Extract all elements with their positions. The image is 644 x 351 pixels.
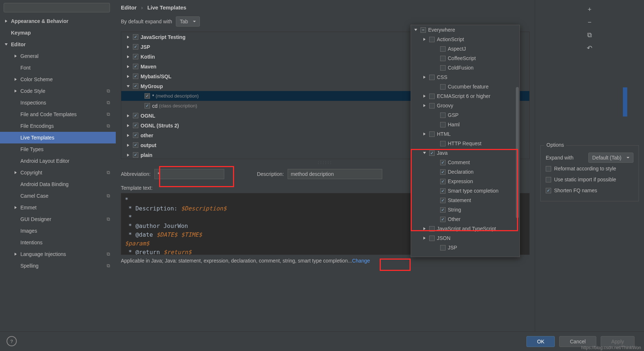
sidebar-item-live-templates[interactable]: Live Templates [0,132,116,143]
context-actionscript[interactable]: ActionScript [411,35,519,44]
checkbox-icon[interactable]: ✓ [440,169,446,175]
checkbox-icon[interactable] [429,226,435,232]
checkbox-icon[interactable] [429,236,435,241]
checkbox-icon[interactable] [546,166,551,171]
checkbox-icon[interactable]: ✓ [133,152,138,158]
checkbox-icon[interactable] [440,65,446,71]
checkbox-icon[interactable]: ✓ [133,123,138,128]
context-html[interactable]: HTML [411,129,519,139]
search-input[interactable] [4,3,110,12]
sidebar-item-font[interactable]: Font [0,62,116,74]
option-use-static-import-if-possible[interactable]: Use static import if possible [546,174,633,185]
checkbox-icon[interactable] [429,37,435,42]
context-jsp[interactable]: JSP [411,243,519,252]
abbreviation-input[interactable] [154,169,224,179]
checkbox-icon[interactable] [440,141,446,146]
description-input[interactable] [288,169,382,179]
remove-icon[interactable]: − [586,19,593,26]
context-ecmascript-6-or-higher[interactable]: ECMAScript 6 or higher [411,91,519,101]
context-cucumber-feature[interactable]: Cucumber feature [411,82,519,91]
sidebar-item-color-scheme[interactable]: Color Scheme [0,74,116,85]
checkbox-icon[interactable]: ✓ [440,188,446,194]
checkbox-icon[interactable] [429,94,435,99]
checkbox-icon[interactable]: ✓ [440,160,446,165]
copy-icon[interactable]: ⧉ [586,31,593,39]
checkbox-icon[interactable] [440,84,446,90]
checkbox-icon[interactable]: ✓ [133,83,138,89]
checkbox-icon[interactable] [440,56,446,61]
help-icon[interactable]: ? [7,336,17,346]
sidebar-item-keymap[interactable]: Keymap [0,27,116,39]
checkbox-icon[interactable]: ✓ [133,113,138,118]
checkbox-icon[interactable]: ✓ [133,54,138,59]
sidebar-item-file-encodings[interactable]: File Encodings⧉ [0,120,116,132]
scrollbar-indicator[interactable] [623,87,627,117]
checkbox-icon[interactable]: ✓ [133,44,138,50]
context-other[interactable]: ✓Other [411,214,519,224]
context-declaration[interactable]: ✓Declaration [411,167,519,177]
context-haml[interactable]: Haml [411,120,519,129]
context-smart-type-completion[interactable]: ✓Smart type completion [411,186,519,196]
scrollbar-thumb[interactable] [516,87,519,218]
context-javascript-and-typescript[interactable]: JavaScript and TypeScript [411,224,519,233]
checkbox-icon[interactable]: ✓ [133,64,138,69]
context-coffeescript[interactable]: CoffeeScript [411,54,519,63]
sidebar-item-spelling[interactable]: Spelling⧉ [0,260,116,272]
checkbox-icon[interactable] [440,245,446,251]
context-statement[interactable]: ✓Statement [411,196,519,205]
context-json[interactable]: JSON [411,233,519,243]
sidebar-item-android-data-binding[interactable]: Android Data Binding [0,178,116,190]
ok-button[interactable]: OK [526,336,555,347]
sidebar-item-editor[interactable]: Editor [0,39,116,50]
change-link[interactable]: Change [352,258,370,264]
context-coldfusion[interactable]: ColdFusion [411,63,519,72]
checkbox-icon[interactable]: ✓ [440,207,446,213]
sidebar-item-emmet[interactable]: Emmet [0,202,116,213]
checkbox-icon[interactable]: ✓ [429,150,435,156]
checkbox-icon[interactable] [429,131,435,137]
context-gsp[interactable]: GSP [411,110,519,120]
sidebar-item-file-types[interactable]: File Types [0,143,116,155]
checkbox-icon[interactable]: ✓ [133,142,138,148]
context-comment[interactable]: ✓Comment [411,158,519,167]
add-icon[interactable]: + [586,6,593,13]
sidebar-item-images[interactable]: Images [0,225,116,237]
sidebar-item-android-layout-editor[interactable]: Android Layout Editor [0,155,116,167]
sidebar-item-gui-designer[interactable]: GUI Designer⧉ [0,213,116,225]
context-expression[interactable]: ✓Expression [411,177,519,186]
checkbox-icon[interactable] [429,103,435,109]
checkbox-icon[interactable] [440,46,446,52]
sidebar-item-inspections[interactable]: Inspections⧉ [0,97,116,109]
checkbox-icon[interactable]: ✓ [133,133,138,138]
breadcrumb-root[interactable]: Editor [121,4,137,11]
checkbox-icon[interactable] [440,113,446,118]
sidebar-item-camel-case[interactable]: Camel Case⧉ [0,190,116,202]
context-java[interactable]: ✓Java [411,148,519,158]
context-css[interactable]: CSS [411,72,519,82]
sidebar-item-intentions[interactable]: Intentions [0,237,116,248]
option-dropdown[interactable]: Default (Tab) [588,153,633,163]
checkbox-icon[interactable] [440,122,446,127]
checkbox-minus-icon[interactable]: − [420,27,426,33]
context-groovy[interactable]: Groovy [411,101,519,110]
checkbox-icon[interactable]: ✓ [440,198,446,203]
context-string[interactable]: ✓String [411,205,519,214]
context-aspectj[interactable]: AspectJ [411,44,519,54]
sidebar-item-language-injections[interactable]: Language Injections⧉ [0,248,116,260]
sidebar-item-copyright[interactable]: Copyright⧉ [0,167,116,178]
context-http-request[interactable]: HTTP Request [411,139,519,148]
option-shorten-fq-names[interactable]: ✓Shorten FQ names [546,185,633,196]
option-reformat-according-to-style[interactable]: Reformat according to style [546,163,633,174]
checkbox-icon[interactable]: ✓ [145,103,150,109]
context-everywhere[interactable]: −Everywhere [411,25,519,35]
checkbox-icon[interactable]: ✓ [440,217,446,222]
sidebar-item-general[interactable]: General [0,50,116,62]
sidebar-item-code-style[interactable]: Code Style⧉ [0,85,116,97]
checkbox-icon[interactable] [546,177,551,182]
option-expand-with[interactable]: Expand withDefault (Tab) [546,152,633,163]
checkbox-icon[interactable]: ✓ [440,179,446,184]
expand-dropdown[interactable]: Tab [176,16,200,27]
checkbox-icon[interactable] [429,75,435,80]
sidebar-item-appearance-behavior[interactable]: Appearance & Behavior [0,15,116,27]
checkbox-icon[interactable]: ✓ [133,34,138,40]
